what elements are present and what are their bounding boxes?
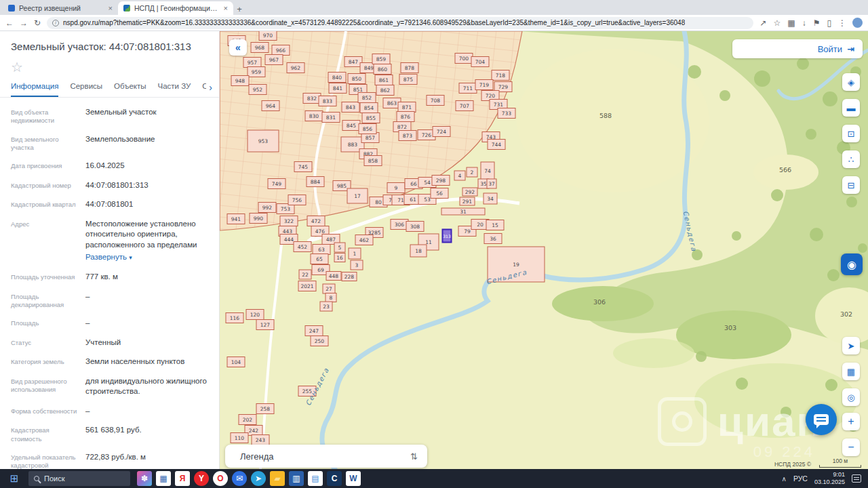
panel-tab[interactable]: Объекты: [114, 82, 146, 97]
area-label-588: 588: [599, 112, 612, 119]
ruler-icon[interactable]: ▬: [842, 99, 860, 117]
forward-icon[interactable]: →: [20, 19, 28, 27]
parcel-number: 247: [309, 328, 319, 334]
browser-tab-registry[interactable]: Реестр извещений ×: [3, 1, 118, 15]
field-label: Площадь декларированная: [11, 291, 79, 310]
app-blue-icon[interactable]: ▥: [289, 471, 304, 486]
collapse-panel-button[interactable]: «: [229, 39, 247, 56]
extensions-icon[interactable]: ▦: [787, 19, 795, 27]
field-label: Дата присвоения: [11, 161, 79, 171]
layers-icon[interactable]: ◈: [842, 73, 860, 91]
yandex-icon[interactable]: Я: [175, 471, 190, 486]
field-value: 44:07:081801:313: [85, 180, 212, 191]
tabs-scroll-icon[interactable]: ›: [206, 82, 212, 97]
cursor-icon[interactable]: ➤: [842, 337, 860, 354]
identify-icon[interactable]: ◎: [842, 388, 860, 406]
new-tab-button[interactable]: +: [233, 3, 245, 15]
mail-icon[interactable]: ✉: [232, 471, 247, 486]
parcel-number: 308: [410, 224, 420, 230]
date: 03.10.2025: [814, 479, 845, 485]
parcel-number: 875: [403, 77, 414, 83]
share-icon[interactable]: ↗: [760, 19, 766, 27]
parcel-number: 69: [317, 267, 324, 273]
parcel-number: 116: [230, 315, 240, 321]
photos-app-icon[interactable]: ✽: [137, 471, 152, 486]
field-row: Кадастровая стоимость561 638,91 руб.: [11, 425, 212, 443]
folder-icon[interactable]: ▰: [270, 471, 285, 486]
parcel-number: 9: [395, 185, 398, 191]
legend-bar[interactable]: Легенда ⇅: [225, 445, 427, 468]
area-label-303: 303: [724, 324, 736, 331]
parcel-number: 966: [276, 47, 286, 54]
opera-icon[interactable]: O: [213, 471, 228, 486]
zoom-out-button[interactable]: −: [842, 439, 860, 456]
map-canvas[interactable]: 9709439689669679629579599489529649539929…: [220, 31, 868, 469]
download-icon[interactable]: ↓: [802, 19, 806, 27]
clock[interactable]: 9:01 03.10.2025: [814, 471, 845, 486]
url-bar[interactable]: i nspd.gov.ru/map?thematic=PKK&zoom=16.3…: [47, 17, 753, 29]
favorite-star-icon[interactable]: ☆: [0, 55, 219, 75]
browser-tabstrip: Реестр извещений × НСПД | Геоинформацион…: [0, 0, 868, 15]
area-label-302: 302: [840, 310, 852, 318]
language-indicator[interactable]: РУС: [793, 474, 808, 483]
tab-close-icon[interactable]: ×: [224, 4, 228, 12]
expand-link[interactable]: Развернуть ▾: [85, 252, 132, 263]
basemap-icon[interactable]: ▦: [842, 363, 860, 380]
reload-icon[interactable]: ↻: [34, 19, 41, 27]
login-button[interactable]: Войти: [818, 44, 842, 54]
menu-icon[interactable]: ⋮: [838, 19, 846, 27]
field-value: 44:07:081801: [85, 199, 212, 210]
parcel-number: 243: [256, 437, 266, 443]
flag-icon[interactable]: ⚑: [813, 19, 821, 27]
parcel-number: 883: [348, 142, 358, 148]
sidepanel-icon[interactable]: ▯: [827, 19, 831, 27]
green-patch: [613, 338, 694, 368]
back-icon[interactable]: ←: [5, 19, 14, 27]
bookmark-star-icon[interactable]: ☆: [774, 19, 781, 27]
profile-avatar[interactable]: [852, 18, 863, 28]
login-bar[interactable]: Войти ⇥: [732, 39, 863, 58]
panel-tab[interactable]: Информация: [11, 82, 58, 97]
field-row: Площадь–: [11, 318, 212, 329]
share-map-icon[interactable]: ∴: [842, 150, 860, 168]
panel-tab[interactable]: Сервисы: [70, 82, 102, 97]
start-button[interactable]: ⊞: [4, 469, 24, 488]
parcel-number: 860: [378, 66, 388, 73]
print-icon[interactable]: ⊟: [842, 176, 860, 194]
notifications-icon[interactable]: [852, 474, 861, 483]
field-label: Вид земельного участка: [11, 134, 79, 152]
parcel-number: 726: [422, 132, 432, 138]
parcel-number: 744: [492, 142, 502, 148]
telegram-icon[interactable]: ➤: [251, 471, 266, 486]
browser-tab-nspd[interactable]: НСПД | Геоинформационный п ×: [118, 1, 233, 15]
field-row: Кадастровый номер44:07:081801:313: [11, 180, 212, 191]
taskbar-search[interactable]: Поиск: [28, 471, 130, 486]
chat-button[interactable]: [806, 404, 837, 435]
zoom-in-button[interactable]: +: [842, 413, 860, 430]
parcel-number: 472: [311, 218, 321, 224]
panorama-button[interactable]: ◉: [841, 253, 863, 275]
parcel-number: 872: [397, 124, 408, 130]
parcel-number: 959: [252, 69, 262, 75]
tab-close-icon[interactable]: ×: [108, 4, 113, 12]
parcel-number: 876: [401, 114, 411, 120]
site-info-icon[interactable]: i: [52, 20, 59, 26]
c-app-icon[interactable]: C: [327, 471, 342, 486]
ybrowser-icon[interactable]: Y: [194, 471, 209, 486]
tray-expand-icon[interactable]: ∧: [782, 475, 787, 483]
notes-icon[interactable]: ▤: [308, 471, 323, 486]
map-area[interactable]: 9709439689669679629579599489529649539929…: [220, 31, 868, 469]
parcel-number: 15: [492, 222, 498, 228]
legend-unfold-icon[interactable]: ⇅: [410, 451, 418, 462]
parcel-number: 66: [410, 181, 417, 187]
table-app-icon[interactable]: ▦: [156, 471, 171, 486]
parcel-number: 20: [477, 222, 484, 228]
word-icon[interactable]: W: [346, 471, 361, 486]
panel-tab[interactable]: Части ЗУ: [158, 82, 191, 97]
area-search-icon[interactable]: ⊡: [842, 125, 860, 142]
field-value: –: [85, 318, 212, 329]
browser-navbar: ← → ↻ i nspd.gov.ru/map?thematic=PKK&zoo…: [0, 15, 868, 31]
tab-title: Реестр извещений: [19, 4, 104, 12]
parcel-number: 19: [513, 262, 519, 268]
parcel-number: 856: [363, 126, 373, 132]
